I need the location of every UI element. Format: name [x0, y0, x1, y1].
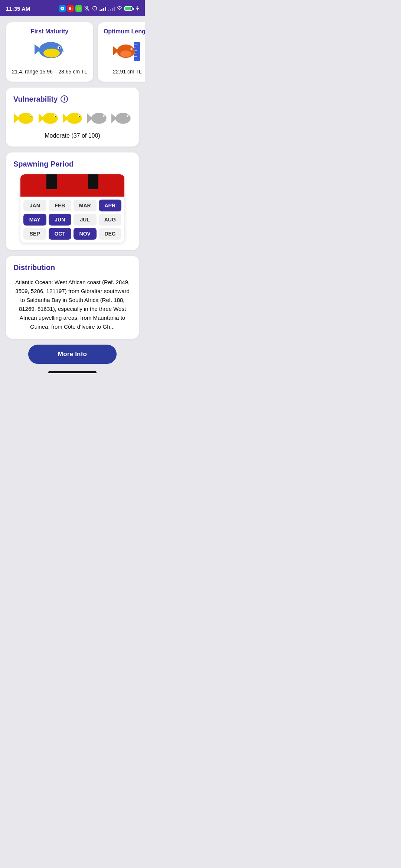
- svg-point-28: [79, 116, 80, 117]
- svg-point-20: [30, 116, 32, 117]
- spawning-period-title: Spawning Period: [13, 160, 131, 168]
- svg-point-18: [18, 113, 33, 124]
- fish-length-svg: [113, 39, 142, 64]
- svg-point-24: [55, 116, 56, 117]
- svg-point-5: [59, 47, 60, 49]
- fish-4-gray: [87, 109, 107, 127]
- svg-point-34: [115, 113, 131, 124]
- first-maturity-title: First Maturity: [31, 28, 68, 35]
- month-jun: JUN: [49, 214, 72, 226]
- messenger-icon: [59, 5, 66, 12]
- first-maturity-value: 21.4, range 15.96 – 28.65 cm TL: [12, 68, 87, 76]
- optimum-length-title: Optimum Length: [104, 28, 145, 35]
- month-may: MAY: [23, 214, 46, 226]
- svg-point-30: [91, 113, 107, 124]
- calendar: JAN FEB MAR APR MAY JUN JUL AUG SEP OCT …: [20, 174, 124, 243]
- optimum-length-card: Optimum Length: [98, 22, 145, 82]
- status-bar: 11:35 AM 🐸: [0, 0, 145, 16]
- video-icon: [67, 5, 74, 12]
- calendar-clip-right: [88, 174, 98, 189]
- signal-bars-2: [108, 6, 115, 11]
- calendar-wrapper: JAN FEB MAR APR MAY JUN JUL AUG SEP OCT …: [13, 174, 131, 243]
- month-mar: MAR: [74, 200, 97, 211]
- cards-scroll[interactable]: First Maturity 21.4, range 15.96: [0, 16, 145, 88]
- fish-2-yellow: [38, 109, 59, 127]
- optimum-length-value: 22.91 cm TL: [113, 68, 142, 76]
- more-info-button[interactable]: More Info: [28, 345, 117, 364]
- vulnerability-info-icon[interactable]: i: [61, 95, 68, 103]
- calendar-clip-left: [46, 174, 57, 189]
- battery-icon: [124, 6, 134, 11]
- optimum-length-icon: [113, 39, 142, 65]
- fish-row: [13, 109, 131, 127]
- month-jul: JUL: [74, 214, 97, 226]
- svg-point-26: [67, 113, 82, 124]
- vulnerability-label: Moderate (37 of 100): [13, 132, 131, 139]
- home-indicator: [48, 371, 97, 373]
- month-dec: DEC: [99, 228, 122, 240]
- fish-5-gray: [111, 109, 131, 127]
- main-content: First Maturity 21.4, range 15.96: [0, 16, 145, 384]
- svg-point-14: [120, 50, 131, 57]
- first-maturity-icon: [35, 39, 64, 65]
- vulnerability-card: Vulnerability i: [6, 88, 139, 147]
- app-icons: 🐸: [59, 5, 82, 12]
- fish-1-yellow: [13, 109, 34, 127]
- svg-point-32: [104, 116, 105, 117]
- charging-icon: [136, 6, 139, 11]
- status-icons: 🐸: [59, 5, 139, 12]
- spawning-period-card: Spawning Period JAN FEB MAR APR MAY JUN …: [6, 152, 139, 250]
- svg-point-36: [128, 116, 129, 117]
- svg-point-22: [43, 113, 58, 124]
- wifi-icon: [117, 6, 123, 11]
- month-apr: APR: [99, 200, 122, 211]
- distribution-card: Distribution Atlantic Ocean: West Africa…: [6, 256, 139, 339]
- month-oct: OCT: [49, 228, 72, 240]
- distribution-text: Atlantic Ocean: West African coast (Ref.…: [13, 278, 131, 331]
- month-sep: SEP: [23, 228, 46, 240]
- svg-point-16: [131, 48, 133, 50]
- vulnerability-title: Vulnerability i: [13, 95, 131, 103]
- alarm-icon: [92, 6, 98, 11]
- mute-icon: [84, 6, 90, 11]
- fish-3-yellow: [62, 109, 83, 127]
- calendar-body: JAN FEB MAR APR MAY JUN JUL AUG SEP OCT …: [20, 197, 124, 243]
- first-maturity-card: First Maturity 21.4, range 15.96: [6, 22, 93, 82]
- signal-bars: [100, 6, 106, 11]
- month-aug: AUG: [99, 214, 122, 226]
- fish-maturity-svg: [35, 39, 64, 64]
- month-feb: FEB: [49, 200, 72, 211]
- month-jan: JAN: [23, 200, 46, 211]
- calendar-header: [20, 174, 124, 197]
- distribution-title: Distribution: [13, 263, 131, 272]
- green-app-icon: 🐸: [75, 5, 82, 12]
- svg-point-3: [43, 49, 60, 57]
- status-time: 11:35 AM: [6, 6, 30, 12]
- month-nov: NOV: [74, 228, 97, 240]
